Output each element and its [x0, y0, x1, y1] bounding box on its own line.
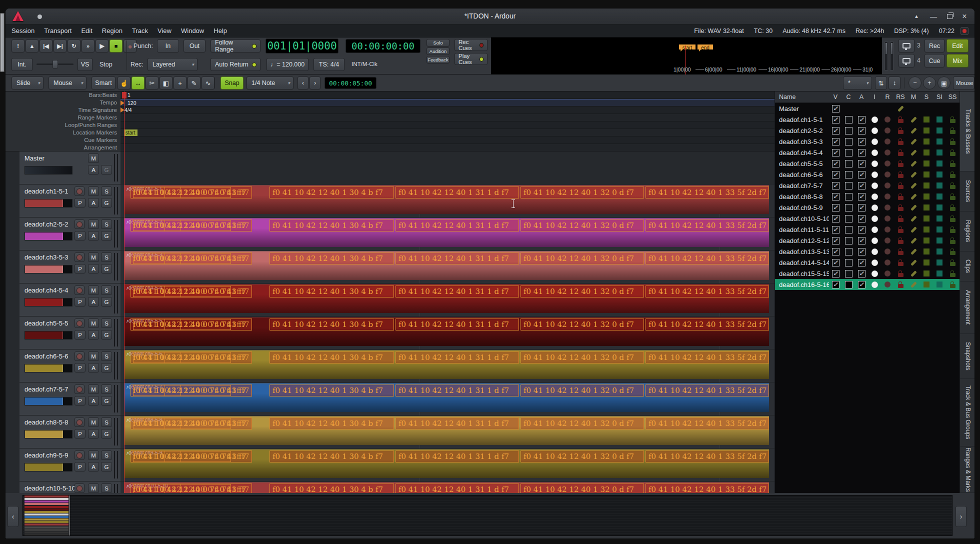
group-button[interactable]: G	[101, 429, 112, 438]
gain-fader[interactable]	[24, 298, 72, 306]
mute-button[interactable]: M	[88, 318, 99, 328]
mini-timeline[interactable]: start end 1|00|006|00|0011|00|0016|00|00…	[491, 38, 882, 74]
midi-region[interactable]: ♪deadof.ch8-5-8f0 41 10 42 12 40 0 7f 0 …	[124, 416, 769, 445]
cue-checkbox[interactable]	[842, 215, 855, 222]
vs-button[interactable]: VS	[78, 58, 92, 71]
active-checkbox[interactable]: ✓	[855, 204, 868, 212]
panel-track-name[interactable]: deadof.ch1-5-1	[775, 116, 829, 124]
automation-button[interactable]: A	[88, 396, 99, 406]
playlist-button[interactable]: P	[74, 462, 86, 472]
cue-checkbox[interactable]	[842, 204, 855, 212]
track-header[interactable]: deadof.ch6-5-6MSPAG	[20, 350, 120, 382]
automation-button[interactable]: A	[88, 198, 99, 208]
ruler-label[interactable]: Loop/Punch Ranges	[6, 122, 120, 129]
visible-checkbox[interactable]: ✓	[829, 105, 842, 112]
audition-button[interactable]: Audition	[426, 48, 450, 55]
sysex-flag[interactable]: f0 41 10 42 12 40 1 33 5f 2d f7	[646, 252, 769, 264]
panel-track-name[interactable]: deadof.ch15-5-15	[775, 270, 829, 278]
track-name[interactable]: deadof.ch1-5-1	[24, 188, 68, 195]
sidebar-tab-clips[interactable]: Clips	[960, 252, 974, 282]
menu-session[interactable]: Session	[12, 27, 34, 34]
visible-checkbox[interactable]: ✓	[829, 182, 842, 190]
sysex-flag[interactable]: f0 41 10 42 12 40 1 31 1 d f7	[396, 318, 519, 330]
session-summary[interactable]	[22, 495, 952, 536]
panel-track-name[interactable]: deadof.ch12-5-12	[775, 237, 829, 244]
sysex-flag[interactable]: f0 41 10 42 12 40 1 31 1 d f7	[396, 384, 519, 396]
panel-track-name[interactable]: deadof.ch8-5-8	[775, 193, 829, 200]
panel-track-row[interactable]: deadof.ch11-5-11✓✓	[775, 224, 960, 235]
sysex-flag-cluster[interactable]: f0 41 10 42 12 40 0 7f 0 41 f7f0 41 10 4…	[130, 252, 252, 264]
move-tool[interactable]: +	[174, 76, 186, 90]
master-track-header[interactable]: MasterMAG	[20, 152, 120, 184]
track-header[interactable]: deadof.ch7-5-7MSPAG	[20, 382, 120, 416]
gain-fader[interactable]	[24, 232, 72, 240]
gain-fader[interactable]	[24, 265, 72, 274]
panel-column-si[interactable]: SI	[933, 94, 946, 100]
track-header[interactable]: deadof.ch9-5-9MSPAG	[20, 448, 120, 482]
edit-window-button[interactable]: Edit	[946, 39, 968, 52]
nudge-forward-button[interactable]: ›	[310, 76, 320, 90]
cue-checkbox[interactable]	[842, 281, 855, 288]
sysex-flag[interactable]: f0 41 10 42 12 40 1 30 4 b f7	[270, 352, 394, 364]
sysex-flag[interactable]: f0 41 10 42 12 40 1 31 1 d f7	[396, 450, 519, 462]
rec-mode-dropdown[interactable]: Layered▾	[148, 58, 198, 71]
sysex-flag[interactable]: f0 41 10 42 12 40 1 33 5f 2d f7	[646, 450, 769, 462]
track-canvas-row[interactable]: ♪deadof.ch5-5-5f0 41 10 42 12 40 0 7f 0 …	[120, 316, 774, 350]
automation-button[interactable]: A	[88, 429, 99, 438]
smart-mode-button[interactable]: Smart	[92, 76, 116, 90]
active-checkbox[interactable]: ✓	[855, 226, 868, 234]
sysex-flag[interactable]: f0 41 10 42 12 40 1 30 4 b f7	[270, 418, 394, 430]
time-signature-button[interactable]: TS: 4/4	[314, 58, 344, 71]
mute-button[interactable]: M	[88, 450, 99, 460]
window-icon-button[interactable]	[898, 39, 914, 52]
ruler-label[interactable]: Range Markers	[6, 114, 120, 122]
gain-fader[interactable]	[24, 166, 72, 174]
solo-button[interactable]: S	[101, 318, 112, 328]
track-header[interactable]: deadof.ch8-5-8MSPAG	[20, 416, 120, 448]
active-checkbox[interactable]: ✓	[855, 138, 868, 146]
summary-scroll-left-button[interactable]: ‹	[8, 506, 18, 527]
visible-checkbox[interactable]: ✓	[829, 281, 842, 288]
sidebar-tab-ranges-marks[interactable]: Ranges & Marks	[960, 446, 974, 493]
sidebar-tab-tracks-busses[interactable]: Tracks & Busses	[960, 92, 974, 172]
grab-tool[interactable]: ☝	[118, 76, 130, 90]
track-name[interactable]: deadof.ch3-5-3	[24, 254, 68, 261]
panel-column-rs[interactable]: RS	[894, 94, 907, 100]
sysex-flag[interactable]: f0 41 10 42 12 40 1 31 1 d f7	[396, 220, 519, 232]
playlist-button[interactable]: P	[74, 429, 86, 438]
sidebar-tab-snapshots[interactable]: Snapshots	[960, 334, 974, 379]
feedback-button[interactable]: Feedback	[426, 56, 450, 64]
visible-checkbox[interactable]: ✓	[829, 270, 842, 278]
panel-track-name[interactable]: deadof.ch3-5-3	[775, 138, 829, 146]
midi-region[interactable]: ♪deadof.ch3-5-3f0 41 10 42 12 40 0 7f 0 …	[124, 251, 769, 280]
active-checkbox[interactable]: ✓	[855, 116, 868, 124]
panel-track-row[interactable]: deadof.ch4-5-4✓✓	[775, 147, 960, 158]
sysex-flag[interactable]: f0 41 10 42 12 40 1 33 5f 2d f7	[646, 186, 769, 198]
panel-track-name[interactable]: deadof.ch5-5-5	[775, 160, 829, 168]
panel-track-row[interactable]: Master✓	[775, 103, 960, 114]
minimize-button[interactable]: —	[928, 12, 940, 22]
solo-button[interactable]: S	[101, 384, 112, 394]
error-log-button[interactable]	[960, 27, 968, 35]
master-canvas-row[interactable]	[120, 152, 774, 184]
record-enable-button[interactable]	[74, 418, 84, 427]
group-button[interactable]: G	[101, 165, 112, 174]
mute-button[interactable]: M	[88, 154, 99, 163]
fit-tracks-button[interactable]: ⇅	[875, 76, 887, 90]
playlist-button[interactable]: P	[74, 264, 86, 274]
marker-visibility-dropdown[interactable]: *▾	[843, 76, 872, 90]
solo-button[interactable]: S	[101, 220, 112, 229]
playlist-button[interactable]: P	[74, 231, 86, 240]
record-enable-button[interactable]	[74, 252, 84, 262]
midi-region[interactable]: ♪deadof.ch10-5-10f0 41 10 42 12 40 0 7f …	[124, 482, 769, 493]
midi-region[interactable]: ♪deadof.ch6-5-6f0 41 10 42 12 40 0 7f 0 …	[124, 350, 769, 379]
group-button[interactable]: G	[101, 396, 112, 406]
mix-window-button[interactable]: Mix	[946, 54, 968, 68]
playlist-button[interactable]: P	[74, 198, 86, 208]
sysex-flag[interactable]: f0 41 10 42 12 40 1 32 0 d f7	[520, 252, 644, 264]
mute-button[interactable]: M	[88, 384, 99, 394]
track-canvas-row[interactable]: ♪deadof.ch2-5-2f0 41 10 42 12 40 0 7f 0 …	[120, 218, 774, 250]
automation-button[interactable]: A	[88, 297, 99, 306]
visible-checkbox[interactable]: ✓	[829, 138, 842, 146]
panel-track-name[interactable]: deadof.ch4-5-4	[775, 149, 829, 156]
